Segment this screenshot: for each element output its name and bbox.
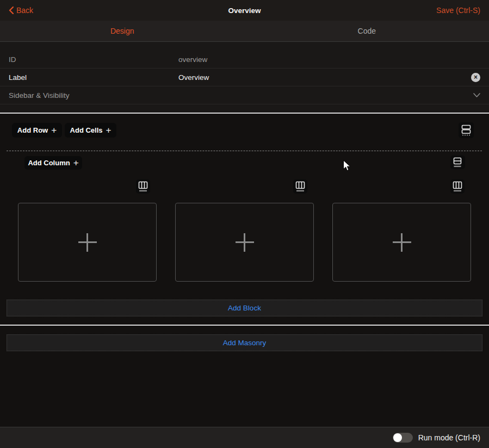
properties-form: ID overview Label Overview × Sidebar & V… xyxy=(0,42,489,113)
plus-icon: + xyxy=(51,126,57,135)
save-button[interactable]: Save (Ctrl-S) xyxy=(436,6,480,15)
column-layout-button-2[interactable] xyxy=(293,179,307,194)
section-divider xyxy=(0,325,489,326)
three-columns-icon xyxy=(295,181,305,192)
add-column-label: Add Column xyxy=(28,159,70,167)
run-mode-toggle[interactable] xyxy=(393,433,413,443)
tab-bar: Design Code xyxy=(0,21,489,42)
split-cell-icon xyxy=(453,157,462,167)
three-columns-icon xyxy=(453,181,462,192)
row-container-border xyxy=(7,151,482,151)
back-label: Back xyxy=(16,6,33,15)
add-row-button[interactable]: Add Row + xyxy=(12,123,62,138)
section-divider xyxy=(0,113,489,114)
tab-code[interactable]: Code xyxy=(245,21,489,41)
cell-layout-button[interactable] xyxy=(450,155,465,169)
empty-cell-placeholder-3[interactable] xyxy=(332,203,471,282)
plus-icon: + xyxy=(106,126,112,135)
row-layout-button[interactable] xyxy=(459,122,474,138)
add-block-button[interactable]: Add Block xyxy=(7,300,482,316)
add-cells-button[interactable]: Add Cells + xyxy=(65,123,116,138)
empty-cell-placeholder-1[interactable] xyxy=(18,203,157,282)
chevron-down-icon[interactable] xyxy=(473,93,480,97)
back-button[interactable]: Back xyxy=(9,6,33,15)
form-row-label[interactable]: Label Overview × xyxy=(0,69,489,86)
footer-bar: Run mode (Ctrl-R) xyxy=(0,427,489,448)
column-layout-button-1[interactable] xyxy=(136,179,150,194)
plus-icon: + xyxy=(73,158,79,167)
run-mode-label: Run mode (Ctrl-R) xyxy=(418,433,480,442)
app-window: Back Overview Save (Ctrl-S) Design Code … xyxy=(0,0,489,448)
column-layout-button-3[interactable] xyxy=(450,179,465,194)
add-cells-label: Add Cells xyxy=(70,126,103,134)
form-row-id[interactable]: ID overview xyxy=(0,51,489,69)
add-column-button[interactable]: Add Column + xyxy=(24,156,82,170)
id-field-value[interactable]: overview xyxy=(178,55,207,64)
label-field-label: Label xyxy=(9,73,178,82)
empty-cell-placeholder-2[interactable] xyxy=(175,203,314,282)
sidebar-visibility-label: Sidebar & Visibility xyxy=(9,91,178,99)
three-columns-icon xyxy=(138,181,148,192)
header-bar: Back Overview Save (Ctrl-S) xyxy=(0,0,489,21)
clear-value-icon[interactable]: × xyxy=(471,73,480,82)
id-field-label: ID xyxy=(9,55,178,64)
label-field-value[interactable]: Overview xyxy=(178,73,209,82)
back-chevron-icon xyxy=(9,7,14,14)
mouse-cursor-icon xyxy=(343,160,351,172)
tab-design[interactable]: Design xyxy=(0,21,245,41)
toggle-knob xyxy=(393,433,402,442)
form-row-sidebar-visibility[interactable]: Sidebar & Visibility xyxy=(0,86,489,104)
stacked-rows-icon xyxy=(461,125,471,136)
page-title: Overview xyxy=(0,7,489,15)
add-masonry-button[interactable]: Add Masonry xyxy=(7,334,482,351)
add-row-label: Add Row xyxy=(17,126,48,134)
